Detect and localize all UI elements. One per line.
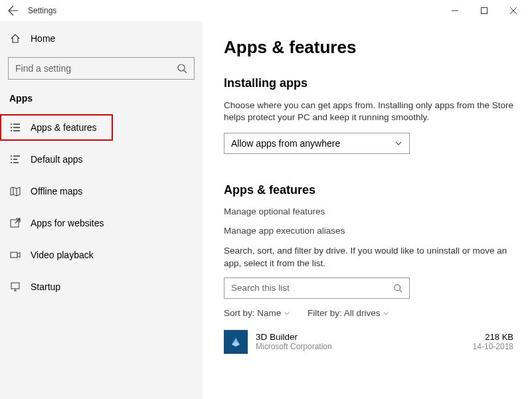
filter-value: All drives <box>344 308 381 318</box>
app-size: 218 KB <box>473 332 513 342</box>
sidebar-item-label: Startup <box>31 281 60 292</box>
minimize-button[interactable] <box>440 1 470 21</box>
sort-value: Name <box>257 308 281 318</box>
map-icon <box>9 185 21 197</box>
sidebar-item-apps-features[interactable]: Apps & features <box>0 114 113 141</box>
back-button[interactable] <box>4 1 23 20</box>
arrow-left-icon <box>8 5 19 16</box>
sidebar-item-video-playback[interactable]: Video playback <box>0 242 203 268</box>
chevron-down-icon <box>284 310 290 317</box>
app-publisher: Microsoft Corporation <box>256 342 332 351</box>
page-title: Apps & features <box>224 37 520 58</box>
app-size-date: 218 KB 14-10-2018 <box>473 332 520 351</box>
section-apps-features: Apps & features <box>224 183 520 197</box>
installing-apps-desc: Choose where you can get apps from. Inst… <box>224 100 520 123</box>
chevron-down-icon <box>395 139 402 147</box>
sidebar-item-label: Default apps <box>31 154 83 165</box>
window-controls <box>440 1 528 21</box>
sidebar-item-label: Offline maps <box>31 186 82 197</box>
startup-icon <box>9 281 21 293</box>
chevron-down-icon <box>383 310 389 317</box>
link-optional-features[interactable]: Manage optional features <box>224 206 520 216</box>
close-button[interactable] <box>499 1 528 21</box>
sidebar-item-label: Apps & features <box>31 122 97 133</box>
find-setting-input[interactable] <box>15 63 177 74</box>
sidebar-item-apps-for-websites[interactable]: Apps for websites <box>0 210 203 236</box>
sidebar-item-startup[interactable]: Startup <box>0 274 203 300</box>
svg-point-5 <box>395 285 400 291</box>
dropdown-value: Allow apps from anywhere <box>231 138 395 149</box>
sidebar-item-label: Apps for websites <box>31 218 104 228</box>
close-icon <box>510 7 517 14</box>
home-nav[interactable]: Home <box>0 25 203 52</box>
install-source-dropdown[interactable]: Allow apps from anywhere <box>224 133 410 154</box>
titlebar: Settings <box>0 0 532 21</box>
maximize-icon <box>481 7 488 14</box>
main-content: Apps & features Installing apps Choose w… <box>203 21 532 399</box>
window-title: Settings <box>28 6 56 15</box>
defaults-icon <box>9 153 21 165</box>
search-apps-input[interactable] <box>231 283 393 293</box>
app-date: 14-10-2018 <box>473 342 513 351</box>
svg-rect-4 <box>11 283 19 289</box>
search-icon <box>393 283 402 293</box>
sidebar-item-label: Video playback <box>31 250 94 260</box>
section-installing-apps: Installing apps <box>224 76 520 90</box>
svg-rect-3 <box>11 252 17 258</box>
sidebar-item-offline-maps[interactable]: Offline maps <box>0 178 203 204</box>
filter-label: Filter by: <box>308 308 342 318</box>
video-icon <box>9 249 21 261</box>
maximize-button[interactable] <box>470 1 499 21</box>
filter-by-button[interactable]: Filter by: All drives <box>308 308 389 318</box>
sidebar-item-default-apps[interactable]: Default apps <box>0 146 203 173</box>
sort-filter-row: Sort by: Name Filter by: All drives <box>224 308 520 318</box>
svg-point-1 <box>178 64 185 71</box>
svg-rect-0 <box>482 8 488 14</box>
home-icon <box>9 33 21 44</box>
apps-list-desc: Search, sort, and filter by drive. If yo… <box>224 245 520 269</box>
home-label: Home <box>31 33 55 44</box>
sort-label: Sort by: <box>224 308 255 318</box>
app-meta: 3D Builder Microsoft Corporation <box>256 332 332 351</box>
app-list-item[interactable]: 3D Builder Microsoft Corporation 218 KB … <box>224 330 520 354</box>
search-apps-box[interactable] <box>224 278 410 299</box>
sidebar-group-label: Apps <box>0 86 203 114</box>
open-external-icon <box>9 217 21 229</box>
link-execution-aliases[interactable]: Manage app execution aliases <box>224 226 520 236</box>
sort-by-button[interactable]: Sort by: Name <box>224 308 290 318</box>
app-name: 3D Builder <box>256 332 332 342</box>
minimize-icon <box>452 7 458 14</box>
app-icon <box>224 330 248 354</box>
sidebar: Home Apps Apps & features Default apps O… <box>0 21 203 399</box>
find-setting-search[interactable] <box>8 57 195 80</box>
list-icon <box>9 121 21 133</box>
search-icon <box>177 63 187 74</box>
